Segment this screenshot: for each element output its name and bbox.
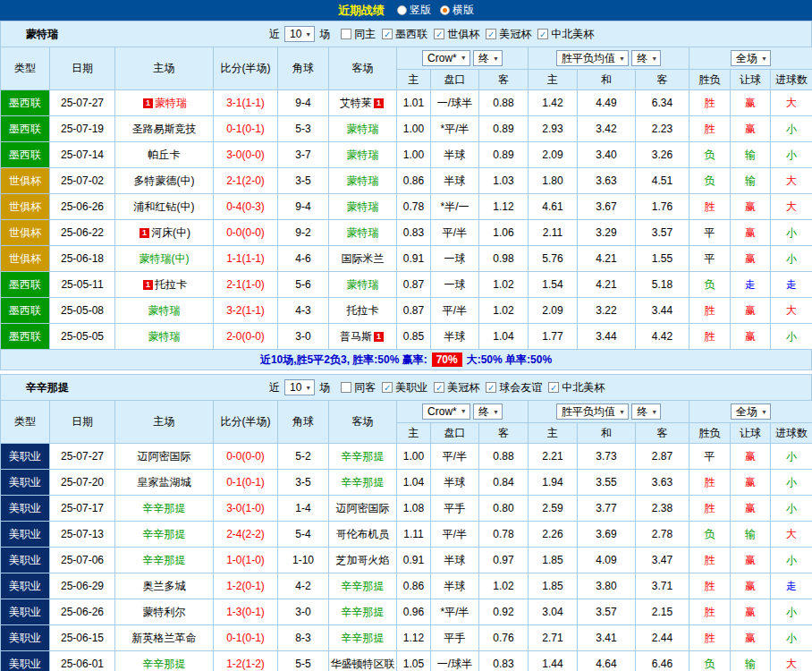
odds-final-select[interactable]: 终▼	[473, 50, 503, 66]
home-team-cell[interactable]: 帕丘卡	[115, 142, 214, 168]
goals-result-cell: 小	[771, 496, 812, 522]
home-team-cell[interactable]: 辛辛那提	[115, 548, 214, 573]
filter-checkbox[interactable]: ✓美冠杯	[434, 380, 479, 395]
home-team-cell[interactable]: 蒙特利尔	[115, 599, 214, 625]
odds-final-select[interactable]: 终▼	[473, 403, 503, 420]
home-team-cell[interactable]: 新英格兰革命	[115, 625, 214, 651]
team-name: 蒙特瑞	[347, 174, 379, 187]
home-team-cell[interactable]: 辛辛那提	[115, 651, 214, 671]
checkbox-label: 墨西联	[395, 27, 427, 42]
handicap-result-cell: 赢	[731, 246, 771, 272]
match-count-select[interactable]: 10▼	[284, 379, 315, 395]
away-team-cell[interactable]: 蒙特瑞	[329, 272, 397, 298]
win-rate-highlight: 70%	[432, 352, 462, 367]
filter-checkbox[interactable]: 同客	[341, 380, 376, 395]
away-team-cell[interactable]: 蒙特瑞	[329, 220, 397, 246]
home-team-cell[interactable]: 1蒙特瑞	[115, 90, 214, 116]
away-team-cell[interactable]: 辛辛那提	[329, 444, 397, 470]
col-score: 比分(半场)	[214, 47, 278, 90]
home-team-cell[interactable]: 蒙特瑞	[115, 324, 214, 350]
match-row: 美职业25-07-06辛辛那提1-0(1-0)1-10芝加哥火焰0.91半球0.…	[1, 548, 812, 573]
handicap-result-cell: 赢	[731, 298, 771, 324]
avg-select[interactable]: 胜平负均值▼	[556, 403, 629, 420]
league-badge: 墨西联	[1, 116, 50, 142]
filter-checkbox[interactable]: ✓世俱杯	[434, 27, 479, 42]
avg-home-cell: 1.80	[529, 168, 578, 194]
radio-horizontal-layout[interactable]: 横版	[440, 3, 474, 18]
league-badge: 美职业	[1, 548, 50, 573]
home-team-cell[interactable]: 奥兰多城	[115, 573, 214, 599]
away-team-cell[interactable]: 辛辛那提	[329, 470, 397, 496]
home-team-cell[interactable]: 蒙特瑞(中)	[115, 246, 214, 272]
away-team-cell[interactable]: 普马斯1	[329, 324, 397, 350]
home-team-cell[interactable]: 多特蒙德(中)	[115, 168, 214, 194]
team-name: 国际米兰	[342, 252, 385, 265]
col-type: 类型	[1, 401, 50, 444]
league-badge: 世俱杯	[1, 246, 50, 272]
away-team-cell[interactable]: 华盛顿特区联	[329, 651, 397, 671]
team-name: 蒙特瑞	[148, 304, 181, 317]
scope-select[interactable]: 全场▼	[731, 403, 771, 420]
avg-home-cell: 1.44	[529, 651, 578, 671]
avg-home-cell: 2.59	[529, 496, 578, 522]
away-team-cell[interactable]: 蒙特瑞	[329, 142, 397, 168]
date-cell: 25-07-19	[50, 116, 115, 142]
away-team-cell[interactable]: 蒙特瑞	[329, 168, 397, 194]
score-cell: 0-1(0-1)	[214, 470, 278, 496]
score-cell: 1-1(1-1)	[214, 246, 278, 272]
avg-select[interactable]: 胜平负均值▼	[556, 50, 629, 66]
home-team-cell[interactable]: 皇家盐湖城	[115, 470, 214, 496]
scope-select[interactable]: 全场▼	[731, 50, 771, 66]
home-team-cell[interactable]: 迈阿密国际	[115, 444, 214, 470]
filter-checkbox[interactable]: ✓中北美杯	[537, 27, 594, 42]
avg-home-cell: 2.21	[529, 444, 578, 470]
filter-checkbox[interactable]: ✓中北美杯	[548, 380, 605, 395]
odds-company-select[interactable]: Crow*▼	[422, 50, 470, 66]
home-team-cell[interactable]: 浦和红钻(中)	[115, 194, 214, 220]
away-team-cell[interactable]: 艾特莱1	[329, 90, 397, 116]
handicap-cell: 平/半	[431, 444, 479, 470]
score-cell: 3-1(1-1)	[214, 90, 278, 116]
filter-checkboxes: 同客✓美职业✓美冠杯✓球会友谊✓中北美杯	[334, 380, 605, 395]
away-team-cell[interactable]: 辛辛那提	[329, 599, 397, 625]
away-team-cell[interactable]: 蒙特瑞	[329, 194, 397, 220]
away-team-cell[interactable]: 芝加哥火焰	[329, 548, 397, 573]
away-team-cell[interactable]: 国际米兰	[329, 246, 397, 272]
home-team-cell[interactable]: 圣路易斯竞技	[115, 116, 214, 142]
corners-cell: 5-4	[278, 522, 329, 548]
home-team-cell[interactable]: 1河床(中)	[115, 220, 214, 246]
filter-checkbox[interactable]: 同主	[341, 27, 376, 42]
filter-checkbox[interactable]: ✓球会友谊	[486, 380, 542, 395]
away-team-cell[interactable]: 哥伦布机员	[329, 522, 397, 548]
filter-checkbox[interactable]: ✓美职业	[382, 380, 427, 395]
filter-checkbox[interactable]: ✓美冠杯	[486, 27, 531, 42]
home-team-cell[interactable]: 辛辛那提	[115, 496, 214, 522]
away-team-cell[interactable]: 辛辛那提	[329, 625, 397, 651]
avg-draw-cell: 4.49	[578, 90, 636, 116]
odds-home-cell: 0.86	[397, 573, 431, 599]
filter-checkboxes: 同主✓墨西联✓世俱杯✓美冠杯✓中北美杯	[334, 27, 594, 42]
team-name: 浦和红钻(中)	[134, 200, 195, 213]
handicap-result-cell: 走	[731, 272, 771, 298]
handicap-result-cell: 输	[731, 522, 771, 548]
home-team-cell[interactable]: 1托拉卡	[115, 272, 214, 298]
handicap-cell: 一球	[431, 246, 479, 272]
avg-home-cell: 2.09	[529, 298, 578, 324]
filter-checkbox[interactable]: ✓墨西联	[382, 27, 427, 42]
handicap-cell: 半球	[431, 168, 479, 194]
away-team-cell[interactable]: 蒙特瑞	[329, 116, 397, 142]
odds-company-select[interactable]: Crow*▼	[422, 403, 470, 420]
col-handicap: 盘口	[431, 423, 479, 444]
away-team-cell[interactable]: 迈阿密国际	[329, 496, 397, 522]
away-team-cell[interactable]: 辛辛那提	[329, 573, 397, 599]
home-team-cell[interactable]: 蒙特瑞	[115, 298, 214, 324]
home-team-cell[interactable]: 辛辛那提	[115, 522, 214, 548]
avg-final-select[interactable]: 终▼	[631, 403, 661, 420]
match-count-select[interactable]: 10▼	[284, 26, 315, 42]
away-team-cell[interactable]: 托拉卡	[329, 298, 397, 324]
avg-final-select[interactable]: 终▼	[631, 50, 661, 66]
checkbox-icon: ✓	[382, 29, 393, 39]
col-home: 主场	[115, 47, 214, 90]
radio-vertical-layout[interactable]: 竖版	[397, 3, 431, 18]
match-row: 墨西联25-07-19圣路易斯竞技0-1(0-1)5-3蒙特瑞1.00*平/半0…	[1, 116, 812, 142]
